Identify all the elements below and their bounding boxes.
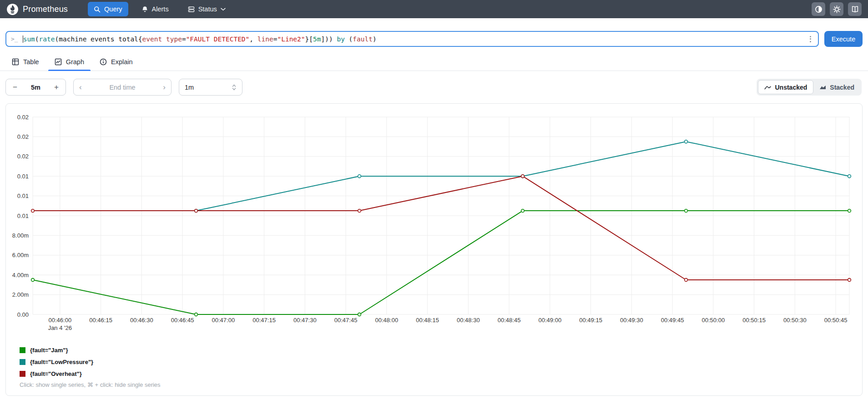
chevron-down-icon (221, 8, 226, 11)
svg-text:00:50:30: 00:50:30 (783, 317, 807, 324)
range-stepper: − 5m + (5, 79, 66, 96)
execute-button[interactable]: Execute (824, 31, 863, 47)
docs-button[interactable] (848, 2, 862, 16)
legend-series-label: {fault="Jam"} (30, 347, 68, 354)
svg-text:0.00: 0.00 (17, 311, 29, 318)
info-icon (100, 58, 107, 66)
svg-text:00:46:00: 00:46:00 (49, 317, 72, 324)
query-bar: >_ sum(rate(machine_events_total{event_t… (5, 31, 863, 47)
svg-text:00:47:15: 00:47:15 (252, 317, 276, 324)
unstacked-toggle-button[interactable]: Unstacked (758, 80, 813, 94)
svg-text:0.02: 0.02 (17, 114, 29, 121)
nav-status-label: Status (198, 5, 217, 13)
nav-alerts-button[interactable]: Alerts (136, 2, 175, 16)
chart-legend: {fault="Jam"}{fault="LowPressure"}{fault… (20, 344, 93, 380)
legend-item[interactable]: {fault="Jam"} (20, 344, 93, 356)
end-time-forward-button[interactable]: › (163, 83, 166, 92)
svg-text:00:48:15: 00:48:15 (416, 317, 439, 324)
stacking-toggle: Unstacked Stacked (757, 79, 862, 96)
svg-text:8.00m: 8.00m (12, 232, 29, 239)
tab-graph[interactable]: Graph (48, 54, 91, 71)
app-title: Prometheus (23, 5, 68, 14)
stacked-toggle-button[interactable]: Stacked (813, 80, 860, 94)
graph-controls: − 5m + ‹ End time › 1m Unstacked Stacked (5, 79, 862, 96)
svg-text:00:46:15: 00:46:15 (89, 317, 112, 324)
svg-text:00:47:30: 00:47:30 (293, 317, 317, 324)
prompt-icon: >_ (11, 35, 18, 42)
select-updown-icon (232, 84, 237, 91)
end-time-back-button[interactable]: ‹ (79, 83, 82, 92)
svg-text:00:47:00: 00:47:00 (212, 317, 235, 324)
svg-text:00:47:45: 00:47:45 (334, 317, 358, 324)
svg-text:0.01: 0.01 (17, 213, 29, 219)
resolution-select[interactable]: 1m (179, 79, 242, 96)
time-series-chart[interactable]: 0.020.020.020.010.010.018.00m6.00m4.00m2… (6, 106, 862, 335)
svg-text:00:49:15: 00:49:15 (579, 317, 602, 324)
svg-text:Jan 4 '26: Jan 4 '26 (48, 324, 72, 331)
nav-query-label: Query (104, 5, 122, 13)
legend-series-label: {fault="LowPressure"} (30, 359, 93, 365)
tab-table[interactable]: Table (5, 54, 45, 71)
svg-text:0.01: 0.01 (17, 173, 29, 180)
svg-text:00:48:30: 00:48:30 (457, 317, 480, 324)
search-icon (94, 6, 101, 13)
nav-query-button[interactable]: Query (88, 2, 128, 16)
navbar: Prometheus Query Alerts Status (0, 0, 868, 18)
legend-swatch (20, 371, 25, 377)
svg-text:00:50:15: 00:50:15 (742, 317, 766, 324)
legend-item[interactable]: {fault="Overheat"} (20, 368, 93, 380)
resolution-value: 1m (185, 84, 194, 91)
tab-table-label: Table (23, 58, 39, 66)
bell-icon (141, 6, 148, 13)
theme-contrast-icon (815, 5, 823, 13)
svg-text:00:48:45: 00:48:45 (498, 317, 521, 324)
svg-text:2.00m: 2.00m (12, 291, 29, 298)
settings-gear-icon (833, 5, 841, 13)
theme-toggle-button[interactable] (812, 2, 825, 16)
stacked-label: Stacked (830, 84, 854, 91)
settings-button[interactable] (830, 2, 843, 16)
prometheus-logo-icon[interactable] (6, 3, 19, 15)
svg-text:00:49:30: 00:49:30 (620, 317, 643, 324)
range-increase-button[interactable]: + (49, 83, 64, 92)
svg-text:00:46:30: 00:46:30 (130, 317, 153, 324)
svg-text:6.00m: 6.00m (12, 252, 29, 258)
svg-text:00:48:00: 00:48:00 (375, 317, 399, 324)
legend-series-label: {fault="Overheat"} (30, 370, 82, 377)
svg-text:0.02: 0.02 (17, 133, 29, 140)
unstacked-label: Unstacked (775, 84, 807, 91)
line-chart-icon (764, 84, 771, 90)
end-time-input[interactable]: End time (109, 84, 135, 91)
area-chart-icon (819, 84, 826, 90)
server-icon (188, 6, 195, 13)
legend-swatch (20, 347, 25, 353)
legend-swatch (20, 359, 25, 365)
tab-explain[interactable]: Explain (93, 54, 139, 71)
end-time-picker[interactable]: ‹ End time › (73, 79, 172, 96)
table-icon (12, 58, 19, 66)
svg-text:00:50:00: 00:50:00 (702, 317, 725, 324)
query-expression[interactable]: sum(rate(machine_events_total{event_type… (23, 35, 807, 43)
legend-hint: Click: show single series, ⌘ + click: hi… (20, 381, 161, 388)
graph-icon (55, 58, 62, 66)
panel-tabs: Table Graph Explain (0, 54, 868, 71)
svg-text:00:49:00: 00:49:00 (539, 317, 562, 324)
nav-status-menu[interactable]: Status (182, 2, 232, 16)
docs-book-icon (851, 5, 859, 13)
range-value[interactable]: 5m (31, 84, 40, 91)
legend-item[interactable]: {fault="LowPressure"} (20, 356, 93, 368)
tab-graph-label: Graph (66, 58, 84, 66)
svg-text:0.02: 0.02 (17, 153, 29, 160)
svg-text:00:46:45: 00:46:45 (171, 317, 194, 324)
query-options-kebab-icon[interactable] (807, 34, 813, 44)
svg-text:00:49:45: 00:49:45 (661, 317, 684, 324)
svg-text:0.01: 0.01 (17, 192, 29, 199)
nav-alerts-label: Alerts (152, 5, 169, 13)
svg-text:00:50:45: 00:50:45 (824, 317, 848, 324)
range-decrease-button[interactable]: − (8, 83, 22, 92)
tab-explain-label: Explain (111, 58, 133, 66)
svg-text:4.00m: 4.00m (12, 272, 29, 278)
graph-panel: 0.020.020.020.010.010.018.00m6.00m4.00m2… (5, 103, 863, 396)
query-input[interactable]: >_ sum(rate(machine_events_total{event_t… (5, 31, 819, 47)
